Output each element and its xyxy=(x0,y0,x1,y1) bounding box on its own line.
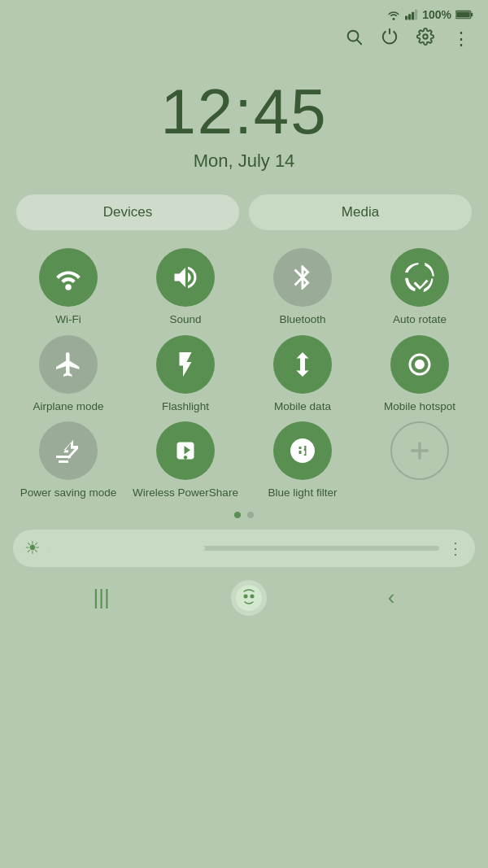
svg-rect-4 xyxy=(415,10,417,20)
autorotate-label: Auto rotate xyxy=(393,312,447,327)
qs-sound[interactable]: Sound xyxy=(130,248,241,327)
svg-point-13 xyxy=(236,585,262,611)
powersave-label: Power saving mode xyxy=(20,486,117,500)
signal-icon xyxy=(405,9,418,20)
back-icon[interactable]: ‹ xyxy=(388,585,395,610)
battery-percentage: 100% xyxy=(422,8,451,21)
more-options-icon[interactable]: ⋮ xyxy=(452,28,470,50)
qs-bluetooth[interactable]: Bluetooth xyxy=(247,248,358,327)
qs-mobiledata[interactable]: Mobile data xyxy=(247,335,358,414)
brightness-fill xyxy=(49,546,205,551)
autorotate-icon-circle xyxy=(390,248,449,307)
tab-devices[interactable]: Devices xyxy=(16,194,239,230)
hotspot-label: Mobile hotspot xyxy=(384,399,455,414)
qs-hotspot[interactable]: Mobile hotspot xyxy=(364,335,475,414)
flashlight-label: Flashlight xyxy=(162,399,209,414)
brightness-bar[interactable] xyxy=(49,546,439,551)
qs-autorotate[interactable]: Auto rotate xyxy=(364,248,475,327)
powershare-icon-circle xyxy=(156,421,215,480)
tab-row: Devices Media xyxy=(16,194,472,230)
sound-label: Sound xyxy=(169,312,201,327)
svg-point-14 xyxy=(243,594,247,598)
page-dot-1 xyxy=(234,512,241,518)
svg-point-15 xyxy=(250,594,254,598)
brightness-row[interactable]: ☀ ⋮ xyxy=(13,530,475,567)
svg-point-0 xyxy=(393,18,395,20)
mobiledata-icon-circle xyxy=(273,335,332,394)
powersave-icon-circle xyxy=(39,421,98,480)
airplane-label: Airplane mode xyxy=(33,399,103,414)
settings-icon[interactable] xyxy=(416,28,434,50)
brightness-more-icon[interactable]: ⋮ xyxy=(447,539,464,558)
clock-date: Mon, July 14 xyxy=(0,150,488,172)
status-icons: 100% xyxy=(386,8,473,21)
qs-powershare[interactable]: Wireless PowerShare xyxy=(130,421,241,500)
quick-settings-grid: Wi-Fi Sound Bluetooth Auto rotate xyxy=(13,248,475,500)
battery-icon xyxy=(455,10,473,20)
bluelight-label: Blue light filter xyxy=(268,486,338,500)
page-dots xyxy=(0,512,488,518)
action-bar: ⋮ xyxy=(0,21,488,50)
clock-section: 12:45 Mon, July 14 xyxy=(0,75,488,172)
airplane-icon-circle xyxy=(39,335,98,394)
wifi-status-icon xyxy=(386,9,401,20)
svg-rect-7 xyxy=(471,13,473,17)
qs-flashlight[interactable]: Flashlight xyxy=(130,335,241,414)
svg-rect-1 xyxy=(405,16,407,20)
search-icon[interactable] xyxy=(345,28,363,50)
qs-airplane[interactable]: Airplane mode xyxy=(13,335,124,414)
mobiledata-label: Mobile data xyxy=(274,399,331,414)
qs-wifi[interactable]: Wi-Fi xyxy=(13,248,124,327)
home-character-icon xyxy=(234,583,264,613)
flashlight-icon-circle xyxy=(156,335,215,394)
bluetooth-icon-circle xyxy=(273,248,332,307)
sound-icon-circle xyxy=(156,248,215,307)
svg-point-11 xyxy=(65,284,72,290)
qs-powersave[interactable]: Power saving mode xyxy=(13,421,124,500)
svg-rect-2 xyxy=(408,14,411,20)
home-button[interactable] xyxy=(231,580,267,616)
clock-time: 12:45 xyxy=(0,75,488,149)
brightness-icon: ☀ xyxy=(24,538,41,559)
tab-media[interactable]: Media xyxy=(249,194,472,230)
recent-apps-icon[interactable]: ||| xyxy=(94,585,110,610)
bluetooth-label: Bluetooth xyxy=(279,312,325,327)
powershare-label: Wireless PowerShare xyxy=(133,486,238,500)
status-bar: 100% xyxy=(0,0,488,21)
wifi-label: Wi-Fi xyxy=(55,312,81,327)
svg-point-10 xyxy=(423,34,428,39)
svg-rect-3 xyxy=(412,12,414,20)
qs-add[interactable] xyxy=(364,421,475,500)
page-dot-2 xyxy=(247,512,254,518)
qs-bluelight[interactable]: B Blue light filter xyxy=(247,421,358,500)
bluelight-icon-circle: B xyxy=(273,421,332,480)
wifi-icon-circle xyxy=(39,248,98,307)
svg-line-9 xyxy=(357,40,361,44)
bottom-nav: ||| ‹ xyxy=(0,580,488,616)
svg-text:B: B xyxy=(295,443,306,459)
power-icon[interactable] xyxy=(381,28,399,50)
hotspot-icon-circle xyxy=(390,335,449,394)
add-icon-circle xyxy=(390,421,449,480)
svg-rect-6 xyxy=(456,11,470,17)
